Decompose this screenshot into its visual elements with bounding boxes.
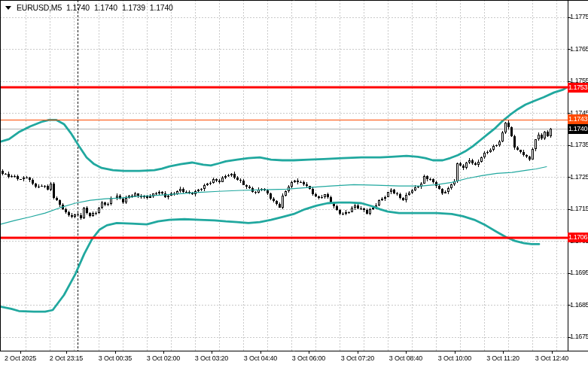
y-axis-label: 1.1715: [570, 205, 588, 213]
y-axis-label: 1.1735: [570, 141, 588, 149]
y-axis-label: 1.1775: [570, 13, 588, 21]
ohlc-open: 1.1740: [66, 3, 90, 12]
price-level-badge: 1.1753: [568, 83, 588, 93]
symbol-label: EURUSD,M5: [17, 3, 62, 12]
y-axis-label: 1.1675: [570, 333, 588, 341]
y-axis-label: 1.1685: [570, 301, 588, 309]
ohlc-close: 1.1740: [150, 3, 173, 12]
y-axis-label: 1.1695: [570, 269, 588, 277]
chart-title-row: EURUSD,M5 1.1740 1.1740 1.1739 1.1740: [5, 3, 178, 12]
price-level-badge: 1.1706: [568, 233, 588, 242]
price-level-badge: 1.1743: [568, 114, 588, 124]
symbol-dropdown-icon[interactable]: [5, 6, 11, 10]
ohlc-low: 1.1739: [122, 3, 145, 12]
current-price-badge: 1.1740: [568, 124, 588, 134]
x-axis-label: 3 Oct 12:40: [518, 354, 586, 362]
ohlc-high: 1.1740: [94, 3, 117, 12]
chart-window: EURUSD,M5 1.1740 1.1740 1.1739 1.1740 1.…: [0, 0, 588, 368]
y-axis-label: 1.1765: [570, 45, 588, 53]
y-axis-label: 1.1725: [570, 173, 588, 181]
price-chart-canvas[interactable]: [0, 0, 588, 368]
